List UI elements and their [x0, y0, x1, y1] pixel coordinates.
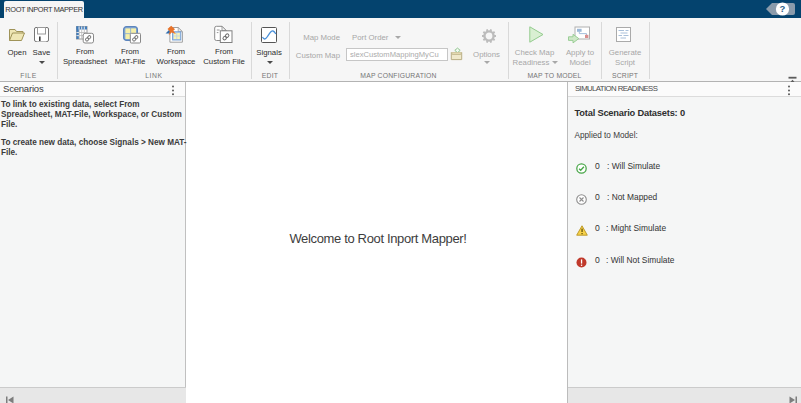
svg-text:?: ? [780, 3, 786, 14]
